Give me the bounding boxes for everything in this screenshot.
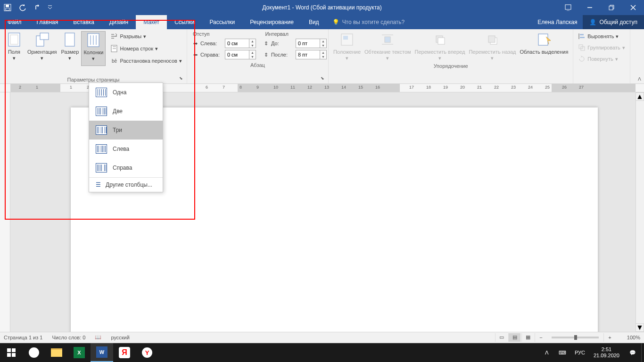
columns-three[interactable]: Три [89,121,163,140]
print-layout-button[interactable]: ▤ [508,333,520,342]
spacing-after-input[interactable] [296,50,320,59]
spacing-heading: Интервал [265,31,289,37]
read-mode-button[interactable]: ▭ [495,333,507,342]
indent-heading: Отступ [193,31,210,37]
selection-pane-button[interactable]: Область выделения [518,31,570,62]
columns-right[interactable]: Справа [89,158,163,177]
redo-button[interactable] [30,0,45,15]
close-button[interactable] [622,0,644,15]
hyphenation-icon: bē [110,57,118,65]
zoom-level[interactable]: 100% [617,335,640,340]
columns-icon [86,33,101,48]
indent-left-icon: ➡ [191,41,200,47]
scroll-down-button[interactable]: ▼ [636,323,644,332]
line-numbers-icon [110,45,118,52]
indent-right-spinner[interactable]: ▲▼ [249,50,256,59]
qat-customize[interactable] [45,0,55,15]
columns-left[interactable]: Слева [89,140,163,158]
status-language[interactable]: русский [111,335,129,340]
columns-one[interactable]: Одна [89,83,163,102]
rotate-button: Повернуть ▾ [576,54,627,64]
margins-button[interactable]: Поля▾ [3,31,25,66]
indent-right-icon: ⬅ [191,52,200,58]
user-account[interactable]: Елена Лапская [532,19,583,25]
tray-keyboard-icon[interactable]: ⌨ [554,343,571,362]
columns-one-icon [96,88,107,97]
zoom-out-button[interactable]: − [535,333,547,342]
tab-references[interactable]: Ссылки [167,15,202,29]
taskbar-yandex[interactable]: Я [113,343,136,362]
taskbar-explorer[interactable] [45,343,68,362]
hyphenation-button[interactable]: bē Расстановка переносов ▾ [108,56,183,66]
tab-design[interactable]: Дизайн [102,15,136,29]
paragraph-launcher[interactable]: ⬊ [321,76,326,82]
columns-two[interactable]: Две [89,102,163,121]
maximize-button[interactable] [601,0,622,15]
tab-home[interactable]: Главная [29,15,66,29]
spacing-before-spinner[interactable]: ▲▼ [320,39,327,48]
breaks-button[interactable]: Разрывы ▾ [108,31,183,41]
undo-button[interactable] [15,0,30,15]
ribbon-options-button[interactable] [557,0,579,15]
tab-file[interactable]: Файл [0,15,29,29]
zoom-slider[interactable] [552,337,599,338]
group-icon [578,44,586,51]
indent-left-spinner[interactable]: ▲▼ [249,39,256,48]
tray-expand-icon[interactable]: ᐱ [540,343,554,362]
align-icon [578,33,586,40]
taskbar-word[interactable]: W [91,343,113,362]
tab-review[interactable]: Рецензирование [242,15,301,29]
tab-mailings[interactable]: Рассылки [202,15,242,29]
line-numbers-button[interactable]: Номера строк ▾ [108,43,183,54]
page-setup-launcher[interactable]: ⬊ [179,76,185,82]
position-button: Положение▾ [331,31,363,62]
svg-rect-25 [488,36,495,42]
status-words[interactable]: Число слов: 0 [52,335,85,340]
share-button[interactable]: 👤 Общий доступ [583,15,644,29]
wrap-text-button: Обтекание текстом▾ [363,31,413,62]
web-layout-button[interactable]: ▦ [521,333,534,342]
start-button[interactable] [0,343,23,362]
scroll-up-button[interactable]: ▲ [636,92,644,101]
page-setup-group-label: Параметры страницы [3,76,184,82]
vertical-ruler[interactable] [0,92,10,332]
tray-clock[interactable]: 2:51 21.09.2020 [589,346,624,359]
tab-layout[interactable]: Макет [136,15,167,29]
group-objects-button: Группировать ▾ [576,42,627,53]
spacing-after-icon: ⇕ [262,52,271,58]
tray-notifications-icon[interactable]: 💬 [624,343,641,362]
svg-rect-19 [385,37,390,42]
size-button[interactable]: Размер▾ [58,31,81,66]
columns-left-icon [96,144,107,154]
orientation-button[interactable]: Ориентация▾ [25,31,58,66]
zoom-in-button[interactable]: + [603,333,616,342]
svg-rect-9 [65,33,74,46]
collapse-ribbon-button[interactable]: ᐱ [638,76,641,82]
minimize-button[interactable] [579,0,601,15]
bring-forward-icon [432,32,447,47]
save-button[interactable] [0,0,15,15]
status-page[interactable]: Страница 1 из 1 [4,335,42,340]
taskbar-excel[interactable]: X [68,343,91,362]
align-button[interactable]: Выровнять ▾ [576,31,627,41]
show-desktop-button[interactable] [641,343,644,362]
indent-left-input[interactable] [225,39,249,48]
tray-language[interactable]: РУС [571,350,589,355]
person-icon: 👤 [589,19,596,25]
columns-more[interactable]: ☰ Другие столбцы... [89,178,163,192]
columns-button[interactable]: Колонки▾ [81,31,106,66]
taskbar-search-icon[interactable] [23,343,45,362]
taskbar-yandex-browser[interactable]: Y [136,343,158,362]
spacing-before-input[interactable] [296,39,320,48]
tell-me-search[interactable]: 💡 Что вы хотите сделать? [332,15,405,29]
arrange-group-label: Упорядочение [331,62,570,69]
margins-icon [7,32,22,47]
send-backward-button: Переместить назад▾ [467,31,518,62]
spacing-after-spinner[interactable]: ▲▼ [320,50,327,59]
tab-view[interactable]: Вид [301,15,327,29]
status-proofing-icon[interactable]: 📖 [95,334,101,340]
indent-right-input[interactable] [225,50,249,59]
tab-insert[interactable]: Вставка [66,15,102,29]
svg-rect-2 [6,8,9,10]
spacing-before-icon: ⇕ [262,41,271,47]
